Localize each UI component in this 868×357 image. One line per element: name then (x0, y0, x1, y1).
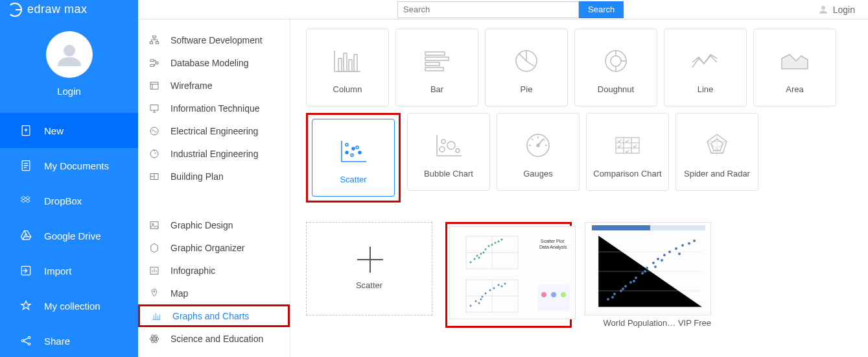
cat-label: Software Development (170, 35, 263, 45)
bubble-chart-icon (433, 126, 464, 165)
sidebar-item-label: DropBox (44, 195, 82, 206)
template-label: Scatter (356, 280, 382, 290)
cat-infographic[interactable]: Infographic (138, 259, 290, 282)
svg-rect-9 (150, 42, 153, 43)
svg-rect-79 (537, 285, 570, 311)
cat-database-modeling[interactable]: Database Modeling (138, 51, 290, 74)
svg-point-105 (681, 244, 684, 247)
cat-electrical-engineering[interactable]: Electrical Engineering (138, 119, 290, 142)
wireframe-icon (148, 80, 160, 92)
share-icon (19, 334, 32, 347)
db-icon (148, 57, 160, 69)
chart-type-column[interactable]: Column (306, 29, 389, 106)
sidebar-item-new[interactable]: New (0, 113, 138, 148)
svg-point-20 (152, 223, 154, 225)
cat-label: Building Plan (170, 171, 224, 182)
template-blank-scatter[interactable]: Scatter (306, 222, 432, 328)
svg-point-94 (633, 280, 635, 282)
chart-type-gauges[interactable]: Gauges (497, 113, 580, 191)
cat-science-and-education[interactable]: Science and Education (138, 327, 290, 350)
cat-label: Graphs and Charts (172, 311, 249, 321)
cat-information-technique[interactable]: Information Technique (138, 97, 290, 119)
line-chart-icon (690, 42, 721, 80)
svg-rect-10 (156, 42, 159, 43)
cat-industrial-engineering[interactable]: Industrial Engineering (138, 142, 290, 165)
chart-type-scatter[interactable]: Scatter (312, 119, 395, 197)
sidebar-item-label: My Documents (44, 160, 109, 171)
svg-rect-33 (425, 62, 440, 66)
avatar-icon (54, 39, 85, 70)
svg-point-55 (470, 262, 472, 264)
brand-icon (8, 3, 22, 17)
chart-type-label: Doughnut (598, 84, 634, 94)
svg-point-60 (485, 249, 487, 251)
cat-label: Science and Education (170, 334, 263, 344)
svg-point-41 (356, 146, 358, 149)
svg-point-62 (483, 252, 485, 254)
template-scatter-analysis[interactable]: Scatter Plot Data Analysis (445, 222, 572, 328)
svg-rect-29 (349, 60, 352, 71)
search-input[interactable] (397, 1, 579, 18)
svg-point-1 (64, 45, 75, 56)
svg-point-6 (28, 336, 30, 338)
svg-point-59 (478, 257, 480, 259)
chart-type-bubble-chart[interactable]: Bubble Chart (407, 113, 490, 191)
search-button[interactable]: Search (579, 1, 624, 18)
sidebar-item-my-documents[interactable]: My Documents (0, 148, 138, 183)
cat-label: Wireframe (170, 80, 213, 91)
cat-graphs-and-charts[interactable]: Graphs and Charts (138, 304, 290, 327)
template-world-population[interactable]: World Population… VIP Free (585, 222, 711, 328)
chart-type-bar[interactable]: Bar (395, 29, 478, 106)
chart-type-label: Comparison Chart (593, 169, 662, 178)
svg-point-82 (561, 292, 566, 297)
svg-rect-85 (592, 225, 650, 230)
avatar[interactable] (46, 31, 93, 78)
sidebar-item-import[interactable]: Import (0, 253, 138, 288)
template-row: Scatter Scatter Plot Data Analysis (306, 222, 852, 328)
star-icon (19, 299, 32, 312)
gauge-icon (524, 126, 552, 165)
chart-type-label: Pie (521, 84, 533, 94)
svg-point-92 (629, 281, 632, 284)
cat-label: Database Modeling (170, 58, 249, 68)
cat-wireframe[interactable]: Wireframe (138, 74, 290, 97)
svg-point-90 (624, 285, 627, 288)
chart-type-comparison-chart[interactable]: Comparison Chart (586, 113, 669, 191)
chart-type-pie[interactable]: Pie (485, 29, 568, 106)
map-pin-icon (148, 288, 160, 299)
svg-rect-14 (150, 82, 158, 89)
svg-point-57 (476, 255, 478, 257)
sidebar-item-google-drive[interactable]: Google Drive (0, 218, 138, 253)
sidebar-item-my-collection[interactable]: My collection (0, 288, 138, 323)
svg-point-98 (652, 262, 655, 264)
cat-graphic-design[interactable]: Graphic Design (138, 214, 290, 236)
chart-type-spider-and-radar[interactable]: Spider and Radar (675, 113, 758, 191)
svg-point-42 (358, 151, 361, 154)
sidebar-item-dropbox[interactable]: DropBox (0, 183, 138, 218)
chart-type-area[interactable]: Area (753, 29, 836, 106)
main-wrap: Login New My Documents DropBox Google Dr… (0, 19, 868, 357)
svg-point-102 (668, 251, 671, 253)
category-panel: Software Development Database Modeling W… (138, 19, 290, 357)
svg-rect-27 (338, 58, 342, 71)
svg-point-99 (657, 258, 659, 260)
hex-icon (148, 242, 160, 254)
cat-graphic-organizer[interactable]: Graphic Organizer (138, 236, 290, 259)
building-icon (148, 171, 160, 182)
sidebar-item-share[interactable]: Share (0, 323, 138, 357)
content-area: Column Bar Pie Doughnut Line Area (290, 19, 868, 357)
chart-type-doughnut[interactable]: Doughnut (574, 29, 657, 106)
sidebar-item-label: New (44, 125, 64, 136)
cat-building-plan[interactable]: Building Plan (138, 165, 290, 188)
cat-software-development[interactable]: Software Development (138, 29, 290, 51)
svg-point-76 (498, 284, 500, 286)
svg-point-87 (613, 293, 616, 295)
search-wrap: Search (397, 1, 624, 18)
chart-type-line[interactable]: Line (664, 29, 747, 106)
svg-point-71 (482, 296, 484, 298)
svg-point-91 (622, 288, 624, 290)
sidebar-login-link[interactable]: Login (0, 86, 138, 97)
top-login-button[interactable]: Login (817, 4, 855, 16)
svg-rect-12 (150, 64, 154, 66)
cat-map[interactable]: Map (138, 282, 290, 304)
